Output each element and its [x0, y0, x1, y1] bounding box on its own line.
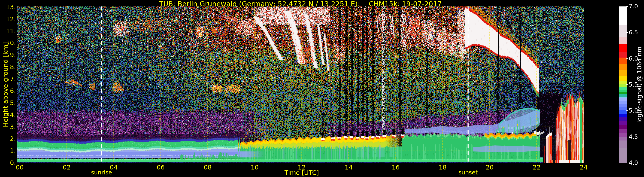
colorbar-tick-4.0: 4.0 — [629, 159, 638, 166]
x-tick-10: 10 — [246, 164, 263, 171]
ceilometer-quicklook: TUB: Berlin Grunewald (Germany; 52.4732 … — [0, 0, 644, 177]
colorbar-segment — [619, 117, 627, 121]
colorbar-tick-mark — [626, 163, 628, 163]
colorbar-tick-4.5: 4.5 — [629, 133, 638, 140]
colorbar-tick-mark — [626, 137, 628, 137]
colorbar-segment — [619, 98, 627, 101]
colorbar-segment — [619, 114, 627, 117]
x-tick-14: 14 — [340, 164, 357, 171]
colorbar-segment — [619, 25, 627, 37]
colorbar-segment — [619, 44, 627, 52]
colorbar-segment — [619, 133, 627, 137]
colorbar-segment — [619, 94, 627, 97]
colorbar-tick-mark — [626, 110, 628, 111]
plot-title: TUB: Berlin Grunewald (Germany; 52.4732 … — [159, 1, 442, 8]
colorbar-segment — [619, 81, 627, 84]
colorbar-segment — [619, 107, 627, 110]
colorbar-segment — [619, 7, 627, 25]
y-tick-7: 7. — [0, 75, 16, 83]
y-tick-8: 8. — [0, 63, 16, 71]
y-tick-11: 11. — [0, 28, 16, 35]
y-tick-3: 3. — [0, 123, 16, 131]
colorbar-tick-7.0: 7.0 — [629, 3, 638, 10]
y-tick-4: 4. — [0, 111, 16, 119]
colorbar-segment — [619, 92, 627, 94]
colorbar-segment — [619, 129, 627, 133]
x-tick-20: 20 — [481, 164, 498, 171]
colorbar-tick-mark — [626, 84, 628, 85]
x-tick-06: 06 — [152, 164, 169, 171]
colorbar-segment — [619, 110, 627, 114]
ceilometer-heatmap-canvas — [0, 0, 644, 177]
colorbar-segment — [619, 125, 627, 129]
colorbar-segment — [619, 148, 627, 163]
x-tick-00: 00 — [11, 164, 28, 171]
x-tick-18: 18 — [434, 164, 451, 171]
x-tick-12: 12 — [293, 164, 310, 171]
colorbar — [619, 7, 627, 163]
colorbar-segment — [619, 121, 627, 125]
y-tick-2: 2. — [0, 135, 16, 142]
x-tick-04: 04 — [105, 164, 122, 171]
colorbar-tick-mark — [626, 58, 628, 59]
colorbar-segment — [619, 58, 627, 64]
colorbar-segment — [619, 84, 627, 87]
colorbar-segment — [619, 140, 627, 148]
y-tick-6: 6. — [0, 87, 16, 95]
colorbar-tick-6.5: 6.5 — [629, 29, 638, 36]
x-tick-16: 16 — [387, 164, 404, 171]
x-tick-22: 22 — [528, 164, 545, 171]
colorbar-segment — [619, 101, 627, 104]
colorbar-segment — [619, 104, 627, 107]
colorbar-segment — [619, 87, 627, 90]
colorbar-tick-mark — [626, 32, 628, 33]
colorbar-segment — [619, 137, 627, 140]
x-tick-24: 24 — [575, 164, 592, 171]
colorbar-segment — [619, 97, 627, 98]
y-tick-10: 10. — [0, 39, 16, 47]
colorbar-segment — [619, 37, 627, 44]
colorbar-label: log(rc-signal) @ 1064 nm — [636, 47, 642, 123]
y-tick-9: 9. — [0, 51, 16, 59]
colorbar-segment — [619, 76, 627, 81]
colorbar-segment — [619, 52, 627, 58]
x-tick-08: 08 — [199, 164, 216, 171]
colorbar-tick-mark — [626, 6, 628, 7]
colorbar-segment — [619, 90, 627, 92]
x-tick-02: 02 — [58, 164, 75, 171]
colorbar-segment — [619, 64, 627, 70]
y-tick-13: 13. — [0, 4, 16, 11]
y-tick-5: 5. — [0, 99, 16, 107]
sunset-annotation: sunset — [458, 169, 478, 175]
y-tick-1: 1. — [0, 147, 16, 154]
y-tick-12: 12. — [0, 16, 16, 23]
colorbar-segment — [619, 70, 627, 76]
